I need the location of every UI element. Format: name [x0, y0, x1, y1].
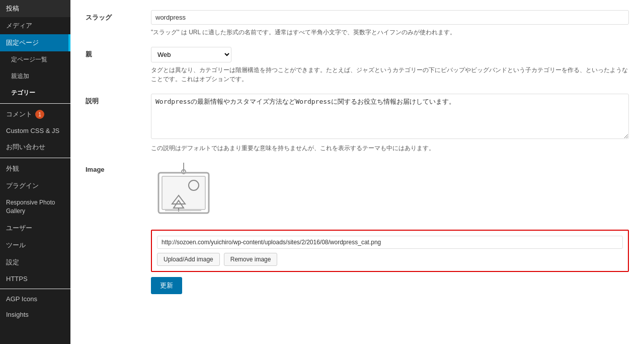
description-content: Wordpressの最新情報やカスタマイズ方法などWordpressに関するお役…: [151, 94, 629, 153]
parent-hint: タグとは異なり、カテゴリーは階層構造を持つことができます。たとえば、ジャズという…: [151, 65, 629, 84]
sidebar-item-label: Responsive Photo Gallery: [6, 198, 64, 216]
sidebar: 投稿 メディア 固定ページ 定ページ一覧 親追加 テゴリー コメント 1 Cus…: [0, 0, 70, 344]
svg-rect-3: [162, 176, 205, 210]
sidebar-item-label: 外観: [6, 164, 19, 173]
sidebar-item-label: コメント: [6, 110, 32, 119]
sidebar-item-label: メディア: [6, 21, 32, 30]
sidebar-item-label: 投稿: [6, 4, 19, 13]
remove-image-button[interactable]: Remove image: [224, 253, 278, 266]
description-row: 説明 Wordpressの最新情報やカスタマイズ方法などWordpressに関す…: [86, 94, 629, 153]
sidebar-item-label: ツール: [6, 241, 26, 250]
parent-select[interactable]: Web なし: [151, 47, 231, 62]
description-label: 説明: [86, 94, 151, 106]
image-label: Image: [86, 163, 151, 173]
sidebar-item-agp-icons[interactable]: AGP Icons: [0, 291, 70, 307]
parent-row: 親 Web なし タグとは異なり、カテゴリーは階層構造を持つことができます。たと…: [86, 47, 629, 84]
image-sketch-icon: [151, 163, 216, 223]
description-textarea[interactable]: Wordpressの最新情報やカスタマイズ方法などWordpressに関するお役…: [151, 94, 629, 139]
sidebar-item-photo-gallery[interactable]: Responsive Photo Gallery: [0, 194, 70, 220]
sidebar-item-label: 親追加: [11, 72, 29, 81]
sidebar-item-categories[interactable]: テゴリー: [0, 85, 70, 101]
sidebar-item-custom-css-js[interactable]: Custom CSS & JS: [0, 123, 70, 139]
sidebar-item-contact[interactable]: お問い合わせ: [0, 139, 70, 156]
image-preview: [151, 163, 629, 225]
image-buttons: Upload/Add image Remove image: [157, 253, 623, 266]
update-button[interactable]: 更新: [151, 277, 182, 294]
sidebar-item-label: Insights: [6, 311, 29, 318]
comments-badge: 1: [35, 110, 44, 119]
sidebar-item-label: ユーザー: [6, 224, 32, 233]
sidebar-item-pages[interactable]: 固定ページ: [0, 34, 70, 51]
sidebar-item-tools[interactable]: ツール: [0, 237, 70, 254]
image-url-input[interactable]: [157, 236, 623, 249]
sidebar-item-posts[interactable]: 投稿: [0, 0, 70, 17]
sidebar-item-label: プラグイン: [6, 181, 39, 190]
slug-input[interactable]: [151, 10, 629, 25]
slug-row: スラッグ "スラッグ" は URL に適した形式の名前です。通常はすべて半角小文…: [86, 10, 629, 37]
sidebar-item-label: テゴリー: [11, 89, 35, 97]
parent-content: Web なし タグとは異なり、カテゴリーは階層構造を持つことができます。たとえば…: [151, 47, 629, 84]
sidebar-item-users[interactable]: ユーザー: [0, 220, 70, 237]
sidebar-item-https[interactable]: HTTPS: [0, 271, 70, 287]
main-content: スラッグ "スラッグ" は URL に適した形式の名前です。通常はすべて半角小文…: [70, 0, 644, 344]
sidebar-item-label: 固定ページ: [6, 38, 39, 47]
image-url-box: Upload/Add image Remove image: [151, 230, 629, 272]
sidebar-item-media[interactable]: メディア: [0, 17, 70, 34]
parent-label: 親: [86, 47, 151, 59]
sidebar-item-comments[interactable]: コメント 1: [0, 106, 70, 123]
sidebar-item-plugins[interactable]: プラグイン: [0, 177, 70, 194]
slug-content: "スラッグ" は URL に適した形式の名前です。通常はすべて半角小文字で、英数…: [151, 10, 629, 37]
sidebar-item-label: Custom CSS & JS: [6, 127, 59, 134]
image-content: Upload/Add image Remove image 更新: [151, 163, 629, 294]
sidebar-item-pages-add[interactable]: 親追加: [0, 68, 70, 85]
description-hint: この説明はデフォルトではあまり重要な意味を持ちませんが、これを表示するテーマも中…: [151, 144, 629, 153]
sidebar-item-label: お問い合わせ: [6, 143, 45, 152]
sidebar-item-label: 定ページ一覧: [11, 55, 47, 64]
image-row: Image: [86, 163, 629, 294]
upload-add-image-button[interactable]: Upload/Add image: [157, 253, 220, 266]
sidebar-item-pages-list[interactable]: 定ページ一覧: [0, 51, 70, 68]
sidebar-item-label: HTTPS: [6, 275, 28, 283]
sidebar-item-label: 設定: [6, 258, 19, 267]
sidebar-item-insights[interactable]: Insights: [0, 307, 70, 322]
sidebar-item-settings[interactable]: 設定: [0, 254, 70, 271]
sidebar-item-label: AGP Icons: [6, 295, 37, 303]
slug-label: スラッグ: [86, 10, 151, 22]
sidebar-item-appearance[interactable]: 外観: [0, 160, 70, 177]
slug-hint: "スラッグ" は URL に適した形式の名前です。通常はすべて半角小文字で、英数…: [151, 28, 629, 37]
